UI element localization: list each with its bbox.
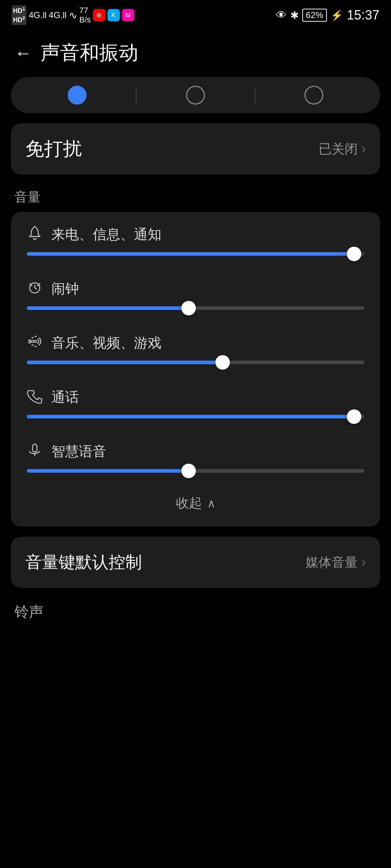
- voice-slider[interactable]: [27, 469, 364, 473]
- call-icon: [25, 388, 44, 407]
- media-slider[interactable]: [27, 361, 364, 364]
- mode-mute[interactable]: [255, 86, 373, 105]
- media-icon: [25, 333, 44, 353]
- svg-point-3: [34, 340, 37, 342]
- alarm-label: 闹钟: [51, 280, 79, 298]
- mode-vibrate[interactable]: [136, 86, 254, 105]
- collapse-icon: ∧: [207, 497, 215, 510]
- call-slider[interactable]: [27, 415, 364, 418]
- mode-sound-dot: [68, 86, 87, 105]
- ringtone-icon: [25, 225, 44, 244]
- svg-point-1: [29, 340, 31, 342]
- collapse-button[interactable]: 收起 ∧: [25, 486, 366, 523]
- volume-item-alarm: 闹钟: [25, 279, 366, 310]
- volume-card: 来电、信息、通知 闹钟: [11, 212, 380, 527]
- status-right: 👁 ✱ 62% ⚡ 15:37: [276, 8, 379, 23]
- wifi-icon: ∿: [69, 9, 77, 21]
- volume-item-voice: 智慧语音: [25, 442, 366, 473]
- dnd-title: 免打扰: [25, 136, 82, 162]
- alarm-icon: [25, 279, 44, 298]
- media-label: 音乐、视频、游戏: [51, 334, 161, 352]
- signal-4g-1: 4G.ll: [29, 10, 46, 20]
- page-header: ← 声音和振动: [0, 29, 391, 77]
- signal-4g-2: 4G.ll: [49, 10, 67, 20]
- ringtone-label: 来电、信息、通知: [51, 225, 161, 244]
- voice-label: 智慧语音: [51, 442, 106, 461]
- svg-point-2: [31, 340, 34, 342]
- app-icon-1: ⊕: [93, 9, 105, 21]
- speed-indicator: 77B/s: [79, 6, 91, 25]
- volume-key-card[interactable]: 音量键默认控制 媒体音量 ›: [11, 537, 380, 588]
- back-button[interactable]: ←: [14, 43, 32, 63]
- bluetooth-icon: ✱: [290, 9, 299, 21]
- volume-item-media: 音乐、视频、游戏: [25, 333, 366, 364]
- volume-item-call: 通话: [25, 388, 366, 418]
- dnd-card[interactable]: 免打扰 已关闭 ›: [11, 123, 380, 175]
- volume-key-chevron: ›: [361, 555, 366, 570]
- mode-sound[interactable]: [18, 86, 136, 105]
- dnd-status: 已关闭 ›: [319, 140, 366, 158]
- voice-icon: [25, 442, 44, 461]
- volume-section-label: 音量: [0, 185, 391, 212]
- ringtone-section-label: 铃声: [0, 598, 391, 625]
- mode-mute-dot: [304, 86, 323, 105]
- dnd-chevron: ›: [361, 141, 366, 157]
- status-bar: HD1 HD2 4G.ll 4G.ll ∿ 77B/s ⊕ K M 👁 ✱ 62…: [0, 0, 391, 29]
- mode-selector: [11, 77, 380, 113]
- call-label: 通话: [51, 388, 79, 407]
- volume-key-value-row: 媒体音量 ›: [306, 554, 366, 571]
- status-time: 15:37: [347, 8, 379, 23]
- charging-icon: ⚡: [331, 9, 343, 21]
- ringtone-slider[interactable]: [27, 252, 364, 256]
- volume-key-title: 音量键默认控制: [25, 551, 142, 574]
- volume-item-ringtone: 来电、信息、通知: [25, 225, 366, 256]
- app-icon-2: K: [108, 9, 120, 21]
- mode-vibrate-dot: [186, 86, 205, 105]
- status-left: HD1 HD2 4G.ll 4G.ll ∿ 77B/s ⊕ K M: [12, 5, 134, 25]
- page-title: 声音和振动: [41, 40, 138, 66]
- collapse-label: 收起: [176, 494, 202, 512]
- volume-key-value: 媒体音量: [306, 554, 358, 571]
- battery-indicator: 62%: [302, 9, 327, 22]
- eye-icon: 👁: [276, 9, 287, 21]
- dnd-status-text: 已关闭: [319, 140, 358, 158]
- alarm-slider[interactable]: [27, 306, 364, 310]
- svg-rect-4: [33, 444, 37, 452]
- hd-badge: HD1 HD2: [12, 5, 26, 25]
- app-icon-3: M: [122, 9, 134, 21]
